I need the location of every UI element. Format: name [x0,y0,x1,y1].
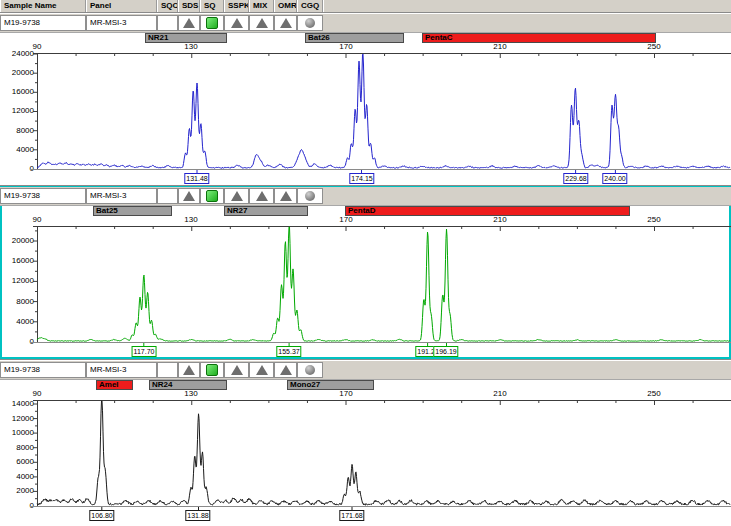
peak-size-label[interactable]: 240.00 [602,173,627,184]
header-cell-omr: OMR [274,0,297,12]
peak-size-label[interactable]: 131.48 [184,173,209,184]
peak-size-label[interactable]: 196.19 [433,346,458,357]
header-cell-panel: Panel [86,0,157,12]
peak-size-label[interactable]: 155.37 [276,346,301,357]
peak-size-label[interactable]: 229.68 [563,173,588,184]
plot-area[interactable] [0,186,731,360]
header-cell-sqo: SQO [157,0,178,12]
trace-polyline [37,401,730,505]
electropherogram-panel-1: M19-9738MR-MSI-3NR21Bat26PentaC901301702… [0,12,731,185]
peak-size-label[interactable]: 174.15 [349,173,374,184]
header-cell-sample-name: Sample Name [0,0,86,12]
peak-size-label[interactable]: 171.68 [339,510,364,521]
fragment-analysis-window: Sample NamePanelSQOSDSSQSSPKMIXOMRCGQ M1… [0,0,731,526]
trace-polyline [37,54,730,168]
header-cell-mix: MIX [249,0,274,12]
electropherogram-panel-2: M19-9738MR-MSI-3Bat25NR27PentaD901301702… [0,185,731,359]
header-filler [323,0,731,12]
header-cell-sds: SDS [178,0,200,12]
trace-polyline [37,227,730,341]
peak-size-label[interactable]: 106.80 [89,510,114,521]
peak-size-label[interactable]: 117.70 [132,346,157,357]
electropherogram-panel-3: M19-9738MR-MSI-3AmelNR24Mono279013017021… [0,359,731,526]
header-cell-sq: SQ [200,0,224,12]
header-cell-cgq: CGQ [297,0,323,12]
peak-size-label[interactable]: 131.88 [185,510,210,521]
header-cell-sspk: SSPK [224,0,249,12]
plot-area[interactable] [0,13,731,186]
plot-area[interactable] [0,360,731,526]
